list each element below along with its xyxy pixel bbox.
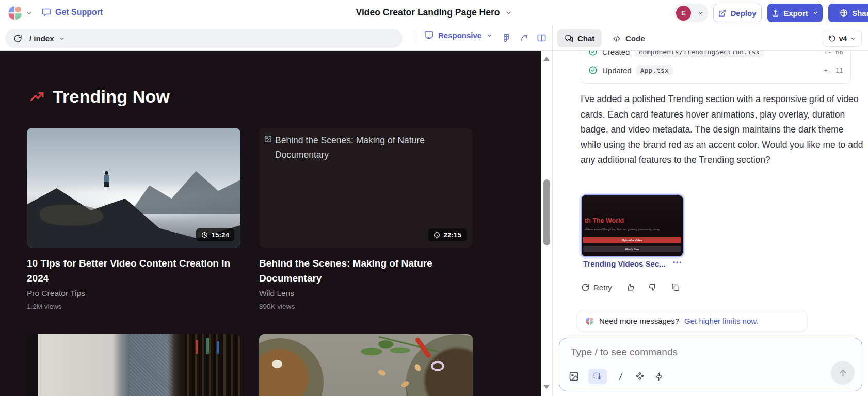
- header-bar: Get Support Video Creator Landing Page H…: [0, 0, 868, 26]
- get-support-link[interactable]: Get Support: [41, 7, 103, 17]
- thumbs-up-button[interactable]: [625, 283, 635, 292]
- logo-icon: [7, 5, 23, 21]
- food-plate-left: [259, 338, 324, 396]
- herb-sprig: [355, 337, 411, 361]
- code-icon: [612, 34, 621, 43]
- chat-panel: Created components/TrendingSection.tsx +…: [553, 51, 868, 396]
- globe-icon: [840, 9, 848, 17]
- chat-bubbles-icon: [565, 34, 573, 43]
- broken-image-icon: [264, 135, 272, 143]
- chat-input[interactable]: [571, 346, 839, 367]
- video-title[interactable]: 10 Tips for Better Video Content Creatio…: [27, 256, 246, 286]
- file-chip[interactable]: App.tsx: [636, 65, 673, 75]
- duration-badge: 22:15: [428, 228, 467, 241]
- attachment-menu-ellipsis[interactable]: ⋯: [672, 256, 683, 268]
- device-mode-selector[interactable]: Responsive: [424, 30, 493, 40]
- scroll-up-arrow[interactable]: [543, 57, 550, 61]
- upsell-link[interactable]: Get higher limits now.: [684, 317, 758, 325]
- logo-chevron-down-icon: [26, 10, 33, 16]
- clock-icon: [201, 232, 208, 238]
- onion-ring: [431, 361, 444, 371]
- broken-image-alt: Behind the Scenes: Making of Nature Docu…: [264, 133, 440, 162]
- window-texture: [130, 334, 172, 396]
- title-chevron-down-icon: [505, 9, 512, 16]
- photographer-silhouette: [104, 171, 110, 187]
- video-views: 1.2M views: [27, 303, 62, 310]
- assistant-message: I've added a polished Trending section w…: [581, 92, 864, 168]
- monitor-icon: [424, 30, 433, 40]
- scroll-down-arrow[interactable]: [543, 385, 550, 389]
- video-title[interactable]: Behind the Scenes: Making of Nature Docu…: [259, 256, 471, 286]
- columns-layout-icon[interactable]: [537, 33, 546, 43]
- avatar-chevron-down-icon: [697, 10, 704, 16]
- section-title: Trending Now: [53, 87, 170, 107]
- slash-command-icon[interactable]: [616, 372, 625, 381]
- toolbar-divider: [414, 31, 414, 45]
- route-selector[interactable]: / index: [29, 34, 65, 43]
- mini-primary-label: Upload a Video: [622, 239, 642, 242]
- duration-text: 15:24: [211, 231, 229, 239]
- thumbs-down-button[interactable]: [648, 283, 657, 292]
- copy-button[interactable]: [671, 283, 680, 292]
- chat-bubble-icon: [41, 7, 51, 17]
- tab-code[interactable]: Code: [612, 29, 645, 47]
- deploy-button[interactable]: Deploy: [713, 4, 762, 22]
- video-channel: Pro Creator Tips: [27, 289, 85, 298]
- file-action-row: Updated App.tsx +- 11: [588, 64, 843, 76]
- attachment-label[interactable]: Trending Videos Sec...: [583, 259, 666, 268]
- get-support-label: Get Support: [55, 8, 103, 17]
- refresh-icon[interactable]: [13, 34, 22, 43]
- app-logo[interactable]: [7, 5, 33, 21]
- upsell-text: Need more messages?: [599, 317, 679, 325]
- video-views: 890K views: [259, 303, 295, 310]
- avatar-menu[interactable]: E: [674, 4, 708, 22]
- attachment-thumbnail[interactable]: th The World videos around the globe. Jo…: [581, 194, 684, 257]
- scrollbar-thumb[interactable]: [543, 179, 550, 245]
- mini-secondary-label: Watch Now: [625, 248, 639, 251]
- mini-hero-shade: [582, 195, 683, 218]
- input-tools-row: [569, 369, 664, 384]
- alt-text: Behind the Scenes: Making of Nature Docu…: [275, 133, 440, 162]
- arrow-up-icon: [838, 368, 848, 378]
- mini-hero-heading: th The World: [585, 217, 624, 224]
- bookshelf-spines: [185, 334, 240, 396]
- app-window: Get Support Video Creator Landing Page H…: [0, 0, 868, 396]
- file-action-row: Created components/TrendingSection.tsx +…: [588, 51, 843, 58]
- figma-icon[interactable]: [502, 33, 511, 43]
- mini-hero-subtext: videos around the globe. Join our growin…: [585, 228, 681, 231]
- image-icon[interactable]: [569, 371, 579, 382]
- route-path: / index: [29, 34, 54, 43]
- trending-section-header: Trending Now: [30, 87, 170, 107]
- page-title: Video Creator Landing Page Hero: [356, 7, 500, 18]
- tab-chat[interactable]: Chat: [557, 29, 602, 47]
- bolt-icon[interactable]: [654, 372, 664, 382]
- retry-label: Retry: [593, 283, 612, 292]
- video-card-thumbnail[interactable]: 15:24: [27, 128, 240, 248]
- video-card-thumbnail[interactable]: Behind the Scenes: Making of Nature Docu…: [259, 128, 473, 248]
- device-mode-label: Responsive: [438, 31, 481, 40]
- open-preview-icon[interactable]: [519, 33, 529, 43]
- check-circle-icon: [588, 65, 598, 75]
- select-element-button[interactable]: [588, 369, 607, 384]
- upsell-card[interactable]: Need more messages? Get higher limits no…: [576, 310, 808, 332]
- video-card-thumbnail[interactable]: [259, 334, 473, 396]
- diamonds-icon[interactable]: [635, 371, 645, 382]
- file-action-verb: Created: [602, 51, 630, 56]
- live-preview: Trending Now 15:24: [0, 51, 541, 396]
- chat-input-box[interactable]: [559, 338, 862, 391]
- url-bar[interactable]: / index: [5, 29, 403, 48]
- share-button[interactable]: Share: [828, 4, 868, 22]
- export-button[interactable]: Export: [767, 4, 823, 22]
- version-selector[interactable]: v4: [823, 30, 862, 47]
- export-label: Export: [783, 9, 808, 18]
- video-card-thumbnail[interactable]: [27, 334, 240, 396]
- retry-button[interactable]: Retry: [581, 283, 612, 292]
- video-channel: Wild Lens: [259, 289, 294, 298]
- cashew: [377, 369, 387, 377]
- diff-count: +- 11: [824, 67, 843, 74]
- project-title-group[interactable]: Video Creator Landing Page Hero: [356, 7, 512, 18]
- logo-icon: [585, 317, 594, 325]
- send-button[interactable]: [831, 361, 855, 385]
- preview-scrollbar[interactable]: [541, 51, 553, 396]
- file-chip[interactable]: components/TrendingSection.tsx: [634, 51, 764, 57]
